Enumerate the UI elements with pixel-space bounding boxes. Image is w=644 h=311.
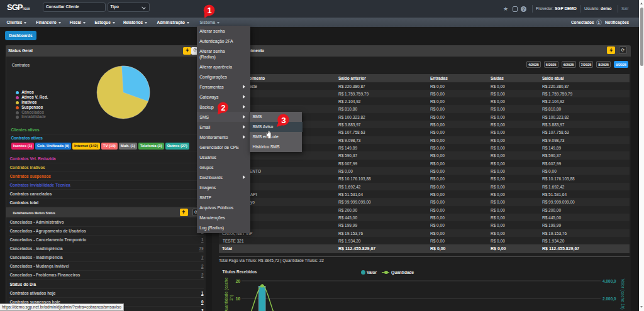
svg-text:2: 2: [221, 104, 226, 112]
svg-text:20: 20: [236, 279, 241, 283]
svg-text:3: 3: [281, 116, 286, 125]
svg-text:Valor (cache 1h): Valor (cache 1h): [620, 278, 625, 309]
svg-text:1: 1: [207, 6, 211, 15]
svg-text:Quantidade (cache: Quantidade (cache: [224, 277, 229, 311]
svg-text:10: 10: [236, 297, 241, 301]
svg-text:2.000,0: 2.000,0: [602, 297, 616, 302]
svg-text:4.000,0: 4.000,0: [602, 279, 616, 284]
svg-text:1h): 1h): [229, 295, 234, 301]
